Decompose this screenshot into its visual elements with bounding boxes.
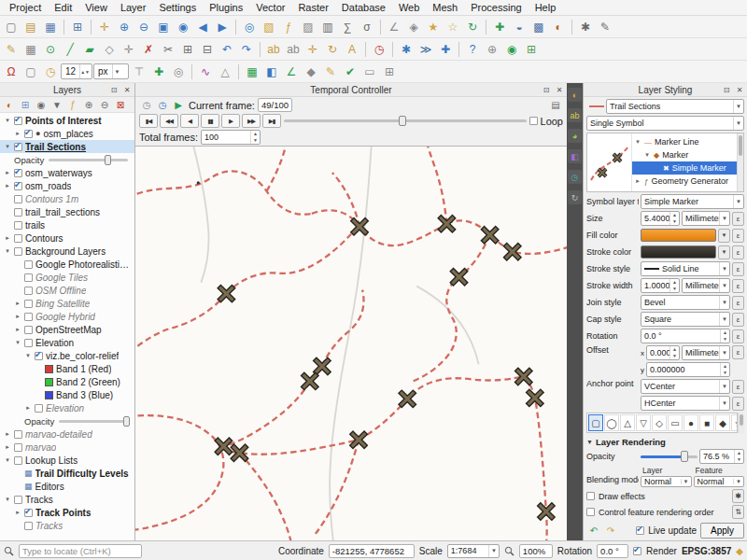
spin-up-icon[interactable]: ▲ (721, 329, 729, 336)
animated-navigation-icon[interactable]: ▶ (171, 98, 186, 112)
osm-search-icon[interactable]: ◉ (502, 40, 521, 59)
expander-icon[interactable]: ▸ (4, 169, 11, 176)
layer-row[interactable]: ▸marvao (0, 441, 134, 454)
close-panel-icon[interactable]: ✕ (554, 84, 565, 95)
mesh-calculator-icon[interactable]: ▦ (243, 63, 261, 81)
marker-shape-option[interactable]: ◇ (652, 414, 667, 431)
stroke-style-combo[interactable]: Solid Line▼ (641, 261, 730, 276)
layer-checkbox[interactable] (24, 260, 33, 269)
help-contents-icon[interactable]: ? (463, 40, 482, 59)
pause-button[interactable]: ▮▮ (201, 114, 219, 128)
undock-panel-icon[interactable]: ⊡ (721, 84, 732, 95)
layer-checkbox[interactable] (14, 195, 22, 203)
layer-opacity-row[interactable]: Opacity (0, 414, 134, 427)
spin-down-icon[interactable]: ▼ (721, 336, 729, 343)
layer-checkbox[interactable] (24, 509, 33, 517)
layer-row[interactable]: ▸●osm_places (0, 127, 134, 140)
stroke-width-unit-combo[interactable]: Millimeters▼ (682, 278, 730, 293)
symbol-layer-row[interactable]: ▾―Marker Line (632, 135, 737, 148)
fixed-range-icon[interactable]: ◷ (155, 98, 170, 112)
layer-checkbox[interactable] (14, 443, 22, 452)
layer-row[interactable]: Contours 1m (0, 192, 134, 205)
layer-row[interactable]: Google Tiles (0, 271, 134, 284)
expander-icon[interactable]: ▾ (14, 339, 21, 346)
add-group-icon[interactable]: ⊞ (18, 98, 33, 112)
symbol-layer-type-combo[interactable]: Simple Marker▼ (641, 194, 744, 209)
measure-line-icon[interactable]: ∠ (385, 18, 403, 36)
spin-arrows-icon[interactable]: ▲▼ (669, 346, 679, 359)
layer-row[interactable]: ▸Google Hybrid (0, 310, 134, 323)
style-manager-icon[interactable]: ✎ (596, 18, 614, 36)
data-defined-override-button[interactable]: ε (732, 212, 744, 226)
symbol-layer-row[interactable]: ✖Simple Marker (632, 161, 737, 175)
show-bookmarks-icon[interactable]: ☆ (444, 18, 462, 36)
spin-up-icon[interactable]: ▲ (670, 346, 679, 353)
filter-by-expression-icon[interactable]: ƒ (65, 98, 80, 112)
cut-features-icon[interactable]: ✂ (159, 40, 177, 59)
menu-web[interactable]: Web (392, 1, 426, 14)
style-redo-icon[interactable]: ↷ (603, 524, 618, 538)
new-layer-icon[interactable]: ✚ (490, 18, 509, 36)
cad-tools-icon[interactable]: △ (216, 63, 234, 81)
snapping-tolerance-spin[interactable]: 12▲▼ (61, 63, 92, 79)
add-line-feature-icon[interactable]: ╱ (61, 40, 79, 59)
remove-layer-icon[interactable]: ⊠ (113, 98, 128, 112)
new-project-icon[interactable]: ▢ (2, 18, 21, 36)
manage-map-themes-icon[interactable]: ◉ (34, 98, 49, 112)
layer-row[interactable]: ▾Trail Sections (0, 140, 134, 153)
apply-button[interactable]: Apply (700, 523, 744, 539)
skip-to-end-button[interactable]: ▶▮ (262, 114, 281, 128)
mask-tab-icon[interactable]: ◕ (568, 129, 582, 143)
topological-editing-icon[interactable]: ⊤ (130, 63, 148, 81)
layer-row[interactable]: ▸Track Points (0, 506, 134, 519)
field-calculator-icon[interactable]: ∑ (338, 18, 357, 36)
data-defined-override-button[interactable]: ε (732, 229, 744, 243)
layer-checkbox[interactable] (24, 130, 33, 138)
menu-vector[interactable]: Vector (249, 1, 291, 14)
expander-icon[interactable]: ▾ (24, 352, 32, 359)
annotations-icon[interactable]: ✎ (321, 63, 340, 81)
spin-down-icon[interactable]: ▼ (670, 353, 679, 359)
check-geometries-icon[interactable]: ✔ (341, 63, 359, 81)
map-svg[interactable] (135, 147, 567, 540)
layer-checkbox[interactable] (14, 208, 22, 217)
layer-checkbox[interactable] (24, 326, 33, 334)
offset-x-spin[interactable]: 0.000000▲▼ (646, 345, 680, 360)
expander-icon[interactable]: ▸ (4, 234, 11, 242)
layer-row[interactable]: ▸Elevation (0, 401, 134, 414)
locator-input[interactable] (19, 544, 142, 558)
color-dropdown-button[interactable]: ▼ (718, 245, 730, 259)
new-bookmark-icon[interactable]: ★ (424, 18, 443, 36)
marker-shape-option[interactable]: ★ (731, 414, 738, 431)
menu-database[interactable]: Database (335, 1, 392, 14)
rotation-spin[interactable]: 0.0 °▲▼ (641, 329, 730, 343)
spin-down-icon[interactable]: ▼ (721, 370, 729, 376)
expander-icon[interactable]: ▸ (4, 443, 11, 451)
layer-checkbox[interactable] (24, 287, 33, 295)
anchor-point-vertical-combo[interactable]: VCenter▼ (641, 379, 730, 394)
data-defined-override-button[interactable]: ε (732, 296, 744, 310)
layer-group-row[interactable]: ▾Tracks (0, 493, 134, 506)
marker-shape-option[interactable]: ■ (699, 414, 714, 431)
data-defined-override-button[interactable]: ε (732, 345, 744, 359)
python-console-icon[interactable]: ≫ (416, 40, 435, 59)
menu-settings[interactable]: Settings (152, 1, 203, 14)
fill-color-button[interactable] (641, 229, 716, 242)
marker-shape-option[interactable]: △ (620, 414, 635, 431)
opacity-spin[interactable]: 76.5 % ▲▼ (699, 449, 744, 464)
map-tips-icon[interactable]: ◈ (404, 18, 423, 36)
expander-icon[interactable]: ▸ (14, 509, 21, 516)
expander-icon[interactable]: ▸ (14, 326, 21, 333)
zoom-full-icon[interactable]: ▣ (154, 18, 173, 36)
project-properties-icon[interactable]: ✱ (576, 18, 595, 36)
expander-icon[interactable]: ▾ (4, 247, 11, 255)
add-polygon-feature-icon[interactable]: ▰ (80, 40, 99, 59)
close-panel-icon[interactable]: ✕ (121, 84, 133, 95)
layer-checkbox[interactable] (14, 496, 22, 504)
delete-selected-icon[interactable]: ✗ (139, 40, 158, 59)
layer-checkbox[interactable] (35, 352, 43, 360)
filter-legend-icon[interactable]: ▼ (49, 98, 64, 112)
layer-checkbox[interactable] (14, 247, 22, 256)
new-layout-icon[interactable]: ⊞ (380, 63, 399, 81)
plugin-manager-icon[interactable]: ✚ (436, 40, 455, 59)
